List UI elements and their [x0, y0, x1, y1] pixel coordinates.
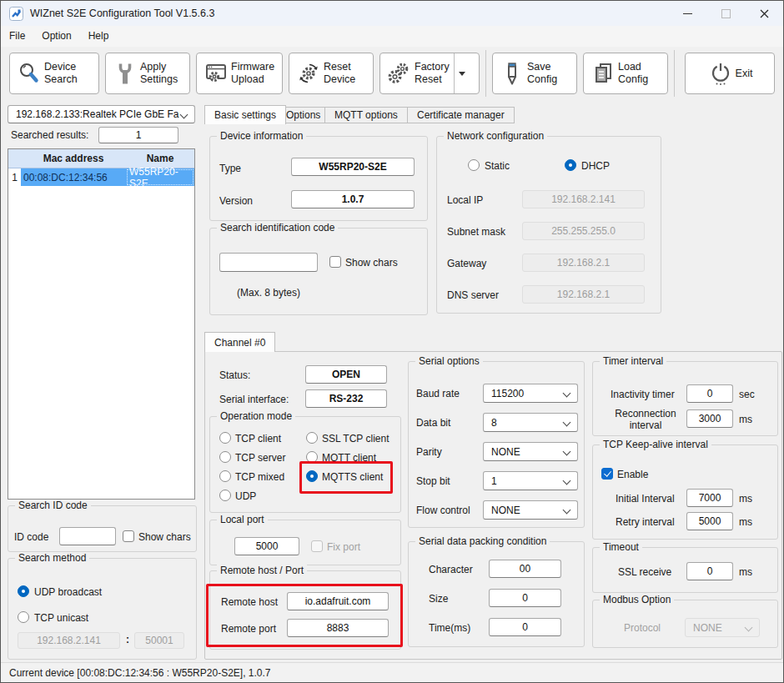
- dns-server-label: DNS server: [447, 289, 499, 301]
- show-chars-checkbox[interactable]: [123, 530, 134, 542]
- name-cell[interactable]: W55RP20-S2E: [126, 168, 194, 186]
- gateway-input: 192.168.2.1: [522, 254, 645, 272]
- time-ms-input[interactable]: 0: [489, 618, 561, 636]
- group-title: Device information: [217, 130, 306, 142]
- mac-address-cell[interactable]: 00:08:DC:12:34:56: [21, 168, 126, 186]
- baud-rate-select[interactable]: 115200: [483, 384, 578, 403]
- subnet-mask-input: 255.255.255.0: [522, 222, 645, 240]
- factory-reset-button[interactable]: FactoryReset: [379, 53, 480, 94]
- factory-reset-dropdown-button[interactable]: [454, 53, 470, 93]
- dhcp-radio[interactable]: [565, 159, 576, 171]
- reconnection-interval-input[interactable]: 3000: [686, 409, 733, 428]
- tab-channel-0[interactable]: Channel #0: [204, 332, 275, 352]
- udp-broadcast-radio[interactable]: [18, 585, 29, 597]
- data-bit-select[interactable]: 8: [483, 413, 578, 432]
- tab-basic-settings[interactable]: Basic settings: [204, 105, 286, 124]
- local-port-input[interactable]: 5000: [234, 537, 299, 555]
- id-code-input[interactable]: [59, 527, 116, 545]
- toolbar: DeviceSearch ApplySettings FirmwareUploa…: [1, 47, 783, 100]
- device-search-button[interactable]: DeviceSearch: [9, 53, 99, 94]
- group-title: Modbus Option: [600, 594, 674, 605]
- keepalive-enable-label: Enable: [617, 469, 648, 480]
- group-title: Timer interval: [600, 355, 666, 367]
- exit-button[interactable]: Exit: [685, 53, 775, 94]
- tcp-client-radio[interactable]: [219, 432, 231, 444]
- group-title: Operation mode: [217, 410, 295, 422]
- search-identification-input[interactable]: [219, 253, 318, 272]
- reset-device-button[interactable]: ResetDevice: [289, 53, 374, 94]
- title-bar: WIZnet S2E Configuration Tool V1.5.6.3: [1, 1, 783, 26]
- subnet-mask-label: Subnet mask: [447, 226, 505, 238]
- flow-control-select[interactable]: NONE: [483, 500, 578, 520]
- device-list[interactable]: Mac address Name 1 00:08:DC:12:34:56 W55…: [8, 148, 195, 500]
- inactivity-timer-input[interactable]: 0: [686, 384, 733, 403]
- highlight-mqtts-client: [299, 461, 393, 494]
- keepalive-enable-checkbox[interactable]: [601, 468, 613, 480]
- ssl-tcp-client-label: SSL TCP client: [322, 433, 389, 444]
- tab-mqtt-options[interactable]: MQTT options: [324, 107, 408, 123]
- toolbar-separator: [674, 50, 675, 97]
- chevron-down-icon: [563, 506, 571, 515]
- dns-server-input: 192.168.2.1: [522, 285, 645, 304]
- chevron-down-icon: [563, 419, 571, 427]
- time-ms-label: Time(ms): [429, 622, 470, 634]
- status-bar: Current device [00:08:DC:12:34:56 : W55R…: [1, 662, 783, 683]
- minimize-button[interactable]: [668, 1, 706, 26]
- tcp-mixed-radio[interactable]: [219, 470, 231, 482]
- network-adapter-select[interactable]: 192.168.2.133:Realtek PCIe GbE Famil: [8, 105, 195, 123]
- menu-help[interactable]: Help: [80, 26, 118, 47]
- minimize-icon: [683, 13, 692, 14]
- save-config-button[interactable]: SaveConfig: [492, 53, 577, 94]
- static-label: Static: [485, 160, 510, 172]
- firmware-upload-button[interactable]: FirmwareUpload: [196, 53, 283, 94]
- maximize-button[interactable]: [706, 1, 745, 26]
- parity-select[interactable]: NONE: [483, 442, 578, 461]
- chevron-down-icon: [563, 448, 571, 456]
- button-label: Apply: [140, 61, 178, 73]
- stop-bit-select[interactable]: 1: [483, 471, 578, 490]
- initial-interval-input[interactable]: 7000: [686, 489, 733, 507]
- tab-certificate-manager[interactable]: Certificate manager: [407, 107, 515, 123]
- chevron-down-icon: [563, 389, 571, 398]
- local-ip-label: Local IP: [447, 194, 483, 206]
- tcp-unicast-radio[interactable]: [18, 611, 29, 623]
- menu-option[interactable]: Option: [33, 26, 79, 47]
- ssl-tcp-client-radio[interactable]: [306, 432, 318, 444]
- retry-interval-input[interactable]: 5000: [686, 512, 733, 530]
- close-icon: [760, 9, 769, 18]
- button-label: Save: [527, 61, 557, 73]
- show-chars-checkbox[interactable]: [329, 256, 341, 268]
- chevron-down-icon: [180, 111, 188, 119]
- searched-results-value: 1: [98, 127, 178, 143]
- tcp-client-label: TCP client: [235, 433, 281, 444]
- group-title: Serial data packing condition: [415, 535, 550, 547]
- load-config-button[interactable]: LoadConfig: [583, 53, 668, 94]
- show-chars-label: Show chars: [138, 531, 191, 543]
- local-ip-input: 192.168.2.141: [522, 190, 645, 208]
- version-label: Version: [219, 195, 253, 207]
- close-button[interactable]: [745, 1, 783, 26]
- unicast-ip-input: 192.168.2.141: [18, 632, 120, 649]
- apply-settings-button[interactable]: ApplySettings: [105, 53, 190, 94]
- show-chars-label: Show chars: [345, 257, 398, 269]
- group-title: Local port: [217, 514, 268, 525]
- reconnection-interval-label: Reconnection interval: [608, 408, 683, 431]
- highlight-remote-host-port: [206, 584, 403, 647]
- static-radio[interactable]: [468, 159, 480, 171]
- save-config-icon: [499, 61, 525, 86]
- reset-device-icon: [295, 61, 322, 86]
- tcp-server-radio[interactable]: [219, 451, 231, 463]
- initial-interval-unit: ms: [739, 493, 752, 505]
- baud-rate-label: Baud rate: [416, 388, 460, 399]
- mac-address-header[interactable]: Mac address: [21, 149, 126, 168]
- ssl-receive-unit: ms: [739, 566, 752, 578]
- udp-radio[interactable]: [219, 490, 231, 501]
- retry-interval-unit: ms: [739, 516, 752, 528]
- character-input[interactable]: 00: [489, 560, 561, 578]
- device-row[interactable]: 1 00:08:DC:12:34:56 W55RP20-S2E: [8, 168, 194, 186]
- adapter-value: 192.168.2.133:Realtek PCIe GbE Famil: [16, 108, 179, 120]
- menu-file[interactable]: File: [1, 26, 33, 47]
- ssl-receive-input[interactable]: 0: [686, 562, 733, 580]
- size-input[interactable]: 0: [489, 589, 561, 607]
- window-title: WIZnet S2E Configuration Tool V1.5.6.3: [30, 8, 214, 19]
